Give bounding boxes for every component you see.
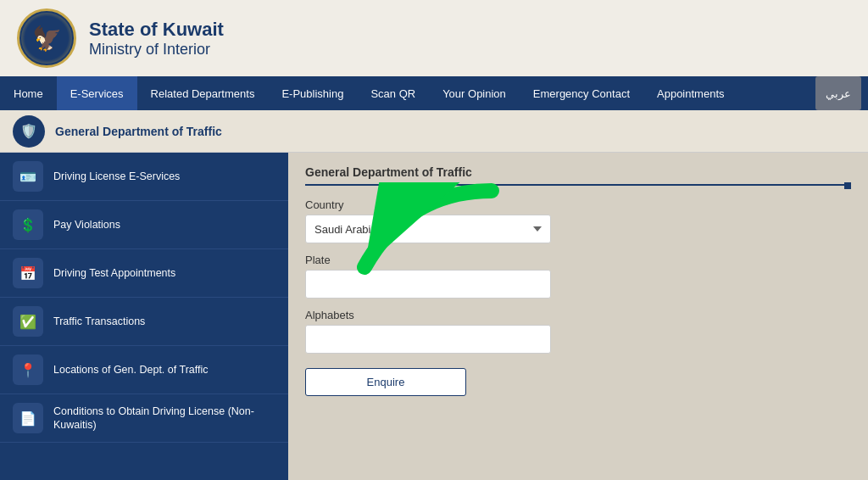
locations-icon: 📍 — [13, 354, 43, 385]
nav-related-departments[interactable]: Related Departments — [137, 76, 269, 110]
plate-label: Plate — [305, 254, 851, 266]
pay-violations-icon: 💲 — [13, 209, 43, 240]
header-subtitle: Ministry of Interior — [89, 41, 224, 59]
sidebar-label-conditions: Conditions to Obtain Driving License (No… — [53, 405, 275, 433]
nav-eservices[interactable]: E-Services — [57, 76, 137, 110]
country-group: Country Saudi Arabia Kuwait UAE Bahrain … — [305, 198, 851, 243]
logo-eagle-icon: 🦅 — [32, 25, 62, 53]
nav-home[interactable]: Home — [0, 76, 57, 110]
plate-group: Plate — [305, 254, 851, 299]
sidebar-item-traffic-transactions[interactable]: ✅ Traffic Transactions — [0, 298, 288, 346]
content-area: General Department of Traffic Country Sa… — [288, 153, 868, 480]
sidebar-label-pay-violations: Pay Violations — [53, 218, 120, 232]
plate-input[interactable] — [305, 270, 551, 299]
header-text: State of Kuwait Ministry of Interior — [89, 19, 224, 59]
sub-header-title: General Department of Traffic — [55, 125, 222, 138]
nav-emergency-contact[interactable]: Emergency Contact — [520, 76, 643, 110]
nav-your-opinion[interactable]: Your Opinion — [429, 76, 520, 110]
main-content: 🪪 Driving License E-Services 💲 Pay Viola… — [0, 153, 868, 480]
sidebar-label-traffic-transactions: Traffic Transactions — [53, 315, 145, 328]
traffic-dept-logo: 🛡️ — [13, 115, 45, 148]
alphabets-group: Alphabets — [305, 309, 851, 354]
header-title: State of Kuwait — [89, 19, 224, 41]
sidebar-label-driving-test: Driving Test Appointments — [53, 266, 175, 280]
sub-header: 🛡️ General Department of Traffic — [0, 110, 868, 153]
conditions-icon: 📄 — [13, 403, 43, 433]
nav-scan-qr[interactable]: Scan QR — [357, 76, 429, 110]
sidebar-item-driving-license[interactable]: 🪪 Driving License E-Services — [0, 153, 288, 201]
sidebar: 🪪 Driving License E-Services 💲 Pay Viola… — [0, 153, 288, 480]
sidebar-item-locations[interactable]: 📍 Locations of Gen. Dept. of Traffic — [0, 346, 288, 394]
enquire-button[interactable]: Enquire — [305, 368, 466, 396]
nav-arabic[interactable]: عربي — [815, 76, 861, 110]
alphabets-input[interactable] — [305, 325, 551, 354]
traffic-logo-icon: 🛡️ — [20, 123, 37, 139]
country-label: Country — [305, 198, 851, 211]
header: 🦅 State of Kuwait Ministry of Interior — [0, 0, 868, 76]
alphabets-label: Alphabets — [305, 309, 851, 321]
ministry-logo: 🦅 — [17, 8, 76, 68]
nav-epublishing[interactable]: E-Publishing — [268, 76, 357, 110]
sidebar-item-driving-test[interactable]: 📅 Driving Test Appointments — [0, 249, 288, 298]
sidebar-label-locations: Locations of Gen. Dept. of Traffic — [53, 363, 209, 377]
section-title-text: General Department of Traffic — [305, 165, 472, 179]
content-section-title: General Department of Traffic — [305, 165, 851, 186]
sidebar-item-conditions[interactable]: 📄 Conditions to Obtain Driving License (… — [0, 394, 288, 443]
driving-test-icon: 📅 — [13, 258, 43, 288]
driving-license-icon: 🪪 — [13, 161, 43, 192]
sidebar-label-driving-license: Driving License E-Services — [53, 170, 180, 183]
nav-appointments[interactable]: Appointments — [643, 76, 738, 110]
navbar: Home E-Services Related Departments E-Pu… — [0, 76, 868, 110]
sidebar-item-pay-violations[interactable]: 💲 Pay Violations — [0, 201, 288, 249]
traffic-transactions-icon: ✅ — [13, 306, 43, 337]
country-select[interactable]: Saudi Arabia Kuwait UAE Bahrain Qatar Om… — [305, 215, 551, 243]
